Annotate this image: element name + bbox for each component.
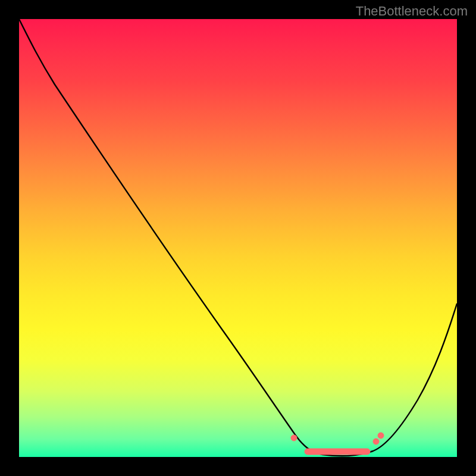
svg-rect-1 — [305, 449, 370, 455]
svg-point-3 — [378, 433, 384, 439]
svg-point-0 — [291, 435, 297, 441]
optimal-band-dots — [291, 433, 384, 455]
watermark-text: TheBottleneck.com — [356, 4, 468, 19]
svg-point-2 — [373, 439, 379, 444]
bottleneck-curve-path — [19, 19, 457, 456]
curve-overlay — [19, 19, 457, 457]
plot-area — [19, 19, 457, 457]
